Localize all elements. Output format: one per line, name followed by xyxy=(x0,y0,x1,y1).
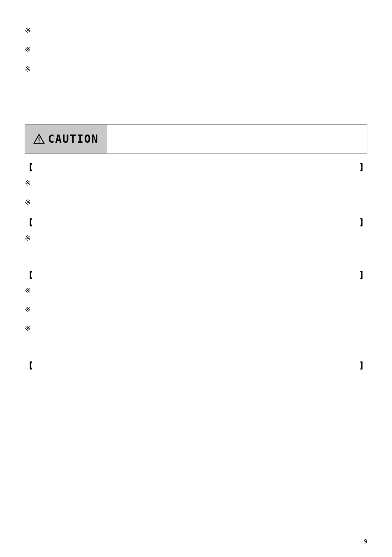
bracket-row-2-header: 【 】 xyxy=(25,217,367,228)
spacer-1 xyxy=(25,91,367,124)
bracket-section-2: 【 】 ※ xyxy=(25,217,367,245)
bracket-row-4-header: 【 】 xyxy=(25,360,367,371)
caution-triangle-icon xyxy=(33,133,45,145)
bracket-bullet-2-1: ※ xyxy=(25,232,367,245)
caution-label: CAUTION xyxy=(25,125,107,153)
bracket-row-1-header: 【 】 xyxy=(25,162,367,173)
bracket-open-3: 【 xyxy=(25,270,33,281)
bracket-open-4: 【 xyxy=(25,360,33,371)
bullet-sym-1-1: ※ xyxy=(25,176,31,190)
bracket-open-1: 【 xyxy=(25,162,33,173)
caution-text: CAUTION xyxy=(48,133,99,145)
bullet-sym-1-2: ※ xyxy=(25,196,31,209)
bullet-sym-3-2: ※ xyxy=(25,303,31,316)
bracket-content-1: ※ ※ xyxy=(25,176,367,209)
caution-box: CAUTION xyxy=(25,124,367,154)
bracket-close-2: 】 xyxy=(359,217,367,228)
top-bullet-2: ※ xyxy=(25,44,367,56)
bracket-close-1: 】 xyxy=(359,162,367,173)
caution-right-area xyxy=(107,125,367,153)
bullet-symbol-2: ※ xyxy=(25,44,31,56)
bullet-symbol-1: ※ xyxy=(25,25,31,37)
bullet-symbol-3: ※ xyxy=(25,63,31,75)
top-section: ※ ※ ※ xyxy=(25,25,367,75)
bracket-section-4: 【 】 xyxy=(25,360,367,371)
bracket-bullet-3-2: ※ xyxy=(25,303,367,316)
bracket-section-3: 【 】 ※ ※ ※ xyxy=(25,270,367,336)
bracket-row-3-header: 【 】 xyxy=(25,270,367,281)
top-bullet-1: ※ xyxy=(25,25,367,37)
bracket-bullet-3-1: ※ xyxy=(25,284,367,297)
bracket-content-2: ※ xyxy=(25,232,367,245)
page: ※ ※ ※ CAUTION 【 xyxy=(0,0,392,557)
bullet-sym-3-3: ※ xyxy=(25,322,31,335)
bracket-bullet-1-2: ※ xyxy=(25,196,367,209)
bracket-bullet-1-1: ※ xyxy=(25,176,367,190)
bracket-bullet-3-3: ※ xyxy=(25,322,367,335)
bracket-close-4: 】 xyxy=(359,360,367,371)
bracket-content-3: ※ ※ ※ xyxy=(25,284,367,336)
top-bullet-3: ※ xyxy=(25,63,367,75)
divider-1 xyxy=(25,253,367,266)
bracket-open-2: 【 xyxy=(25,217,33,228)
bullet-sym-3-1: ※ xyxy=(25,284,31,297)
bullet-sym-2-1: ※ xyxy=(25,232,31,245)
divider-2 xyxy=(25,344,367,356)
bracket-close-3: 】 xyxy=(359,270,367,281)
bracket-section-1: 【 】 ※ ※ xyxy=(25,162,367,209)
caution-section: CAUTION xyxy=(25,124,367,154)
page-number: 9 xyxy=(364,538,367,545)
svg-point-2 xyxy=(38,142,39,143)
